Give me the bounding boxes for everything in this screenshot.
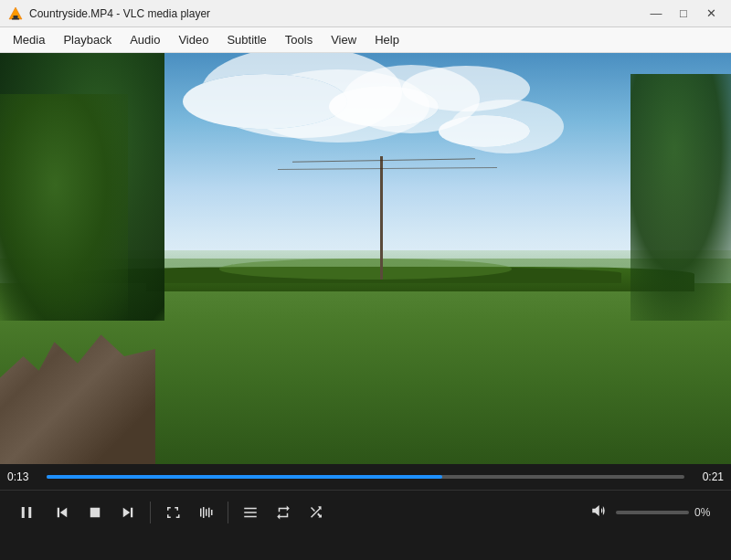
svg-marker-5 [60,507,68,517]
menu-item-help[interactable]: Help [366,29,408,50]
svg-rect-15 [244,507,257,509]
svg-rect-9 [131,507,132,517]
skip-back-button[interactable] [48,498,77,527]
menu-item-tools[interactable]: Tools [276,29,322,50]
close-button[interactable]: ✕ [698,5,724,23]
seekbar-area: 0:13 0:21 [0,464,731,490]
shuffle-icon [308,504,324,521]
menu-bar: Media Playback Audio Video Subtitle Tool… [0,27,731,53]
fullscreen-icon [164,504,181,521]
svg-rect-4 [28,507,31,518]
pause-icon [18,504,35,521]
minimize-button[interactable]: — [643,5,669,23]
menu-item-playback[interactable]: Playback [54,29,121,50]
fullscreen-button[interactable] [158,498,187,527]
stop-button[interactable] [80,498,110,527]
svg-rect-17 [244,515,257,517]
time-total: 0:21 [692,470,724,483]
separator-2 [228,502,228,523]
volume-area: 0% [587,499,722,526]
playlist-icon [242,504,259,521]
shuffle-button[interactable] [302,498,331,527]
video-area[interactable] [0,53,731,464]
volume-icon [590,502,607,519]
title-text: Countryside.MP4 - VLC media player [29,7,210,20]
cloud-1 [183,74,347,129]
seek-fill [47,475,442,479]
svg-rect-10 [200,508,202,516]
volume-slider[interactable] [616,511,689,514]
svg-marker-8 [123,507,131,517]
svg-rect-16 [244,512,257,513]
svg-rect-3 [22,507,25,518]
menu-item-view[interactable]: View [322,29,366,50]
svg-rect-14 [211,510,213,515]
cloud-4 [402,66,530,111]
loop-button[interactable] [269,498,298,527]
utility-pole [380,156,383,280]
menu-item-video[interactable]: Video [169,29,217,50]
svg-rect-13 [208,507,210,517]
volume-label: 0% [694,506,722,519]
svg-rect-1 [14,16,18,18]
pause-button[interactable] [9,495,44,530]
separator-1 [150,502,151,523]
title-controls: — □ ✕ [643,5,724,23]
skip-back-icon [54,504,70,521]
svg-rect-12 [206,509,207,516]
extended-settings-icon [197,504,214,521]
video-canvas [0,53,731,464]
seek-track[interactable] [47,475,684,479]
title-left: Countryside.MP4 - VLC media player [7,5,210,22]
controls-bar: 0% [0,490,731,534]
menu-item-media[interactable]: Media [4,29,54,50]
loop-icon [275,504,291,521]
svg-rect-7 [90,507,101,517]
time-current: 0:13 [7,470,39,483]
stop-icon [87,504,103,521]
menu-item-audio[interactable]: Audio [121,29,169,50]
title-bar: Countryside.MP4 - VLC media player — □ ✕ [0,0,731,27]
vlc-icon [7,5,24,22]
mute-button[interactable] [587,499,610,526]
svg-rect-2 [12,18,19,20]
cloud-3 [439,115,530,147]
maximize-button[interactable]: □ [671,5,696,23]
left-tree-2 [0,94,128,321]
svg-rect-6 [58,507,59,517]
skip-forward-icon [120,504,136,521]
svg-rect-11 [203,507,205,518]
skip-forward-button[interactable] [113,498,143,527]
menu-item-subtitle[interactable]: Subtitle [217,29,275,50]
midground-patch [219,259,512,280]
svg-marker-18 [592,505,599,516]
playlist-button[interactable] [236,498,265,527]
extended-settings-button[interactable] [191,498,220,527]
right-tree [630,74,731,321]
